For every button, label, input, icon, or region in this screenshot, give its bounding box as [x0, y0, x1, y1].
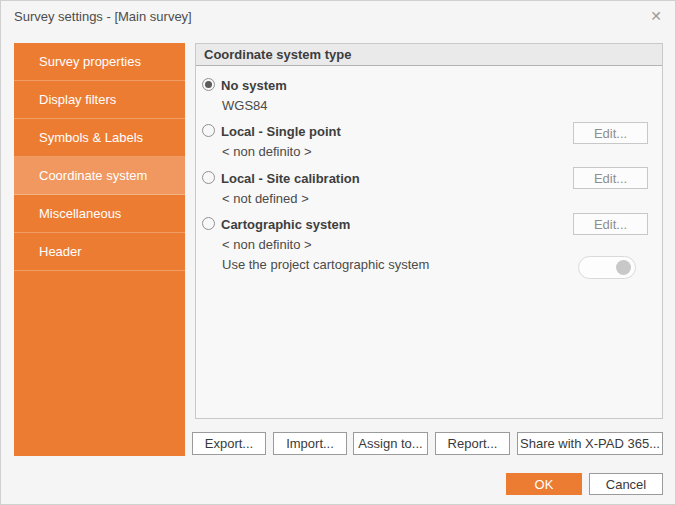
toggle-knob-icon: [616, 260, 631, 275]
panel-header: Coordinate system type: [196, 44, 662, 66]
edit-single-point-button[interactable]: Edit...: [573, 122, 648, 144]
sidebar-item-symbols-labels[interactable]: Symbols & Labels: [14, 119, 185, 157]
close-icon[interactable]: ✕: [645, 5, 667, 27]
sidebar: Survey properties Display filters Symbol…: [14, 43, 185, 456]
option-no-system[interactable]: No system: [202, 75, 287, 95]
radio-cartographic-system[interactable]: [202, 217, 215, 230]
ok-button[interactable]: OK: [506, 473, 582, 495]
use-project-cartographic-label: Use the project cartographic system: [222, 256, 429, 274]
option-label: Local - Site calibration: [221, 171, 360, 186]
option-detail-local-site-calibration: < not defined >: [222, 190, 309, 208]
edit-site-calibration-button[interactable]: Edit...: [573, 167, 648, 189]
project-cartographic-toggle[interactable]: [578, 256, 636, 279]
share-xpad365-button[interactable]: Share with X-PAD 365...: [517, 432, 663, 455]
cancel-button[interactable]: Cancel: [589, 473, 663, 495]
sidebar-item-miscellaneous[interactable]: Miscellaneous: [14, 195, 185, 233]
option-local-single-point[interactable]: Local - Single point: [202, 121, 341, 141]
sidebar-item-header[interactable]: Header: [14, 233, 185, 271]
radio-local-single-point[interactable]: [202, 124, 215, 137]
coordinate-system-panel: Coordinate system type No system WGS84 L…: [195, 43, 663, 419]
dialog-title: Survey settings - [Main survey]: [14, 9, 192, 24]
sidebar-item-coordinate-system[interactable]: Coordinate system: [14, 157, 185, 195]
import-button[interactable]: Import...: [273, 432, 347, 455]
edit-cartographic-button[interactable]: Edit...: [573, 213, 648, 235]
option-label: Local - Single point: [221, 124, 341, 139]
radio-no-system[interactable]: [202, 78, 215, 91]
assign-to-button[interactable]: Assign to...: [353, 432, 428, 455]
report-button[interactable]: Report...: [435, 432, 510, 455]
option-detail-cartographic-system: < non definito >: [222, 236, 312, 254]
sidebar-item-display-filters[interactable]: Display filters: [14, 81, 185, 119]
option-cartographic-system[interactable]: Cartographic system: [202, 214, 350, 234]
option-label: Cartographic system: [221, 217, 350, 232]
option-detail-local-single-point: < non definito >: [222, 143, 312, 161]
sidebar-item-survey-properties[interactable]: Survey properties: [14, 43, 185, 81]
option-detail-no-system: WGS84: [222, 97, 268, 115]
radio-local-site-calibration[interactable]: [202, 171, 215, 184]
option-label: No system: [221, 78, 287, 93]
survey-settings-dialog: Survey settings - [Main survey] ✕ Survey…: [0, 0, 676, 505]
option-local-site-calibration[interactable]: Local - Site calibration: [202, 168, 360, 188]
export-button[interactable]: Export...: [192, 432, 266, 455]
